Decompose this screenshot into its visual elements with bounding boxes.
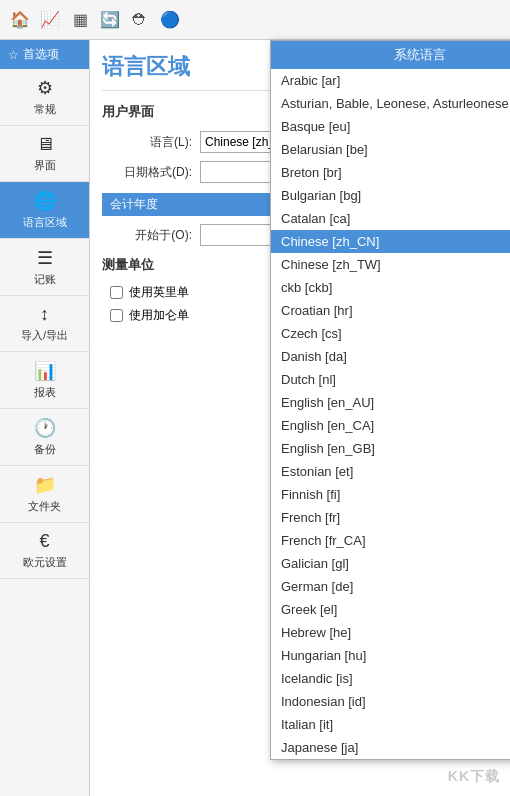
sidebar-item-locale-label: 语言区域 [23,215,67,230]
checkbox-miles-label: 使用英里单 [129,284,189,301]
dropdown-item-nl[interactable]: Dutch [nl] [271,368,510,391]
interface-icon: 🖥 [36,134,54,155]
dropdown-item-id[interactable]: Indonesian [id] [271,690,510,713]
locale-icon: 🌐 [34,190,56,212]
date-format-label: 日期格式(D): [102,164,192,181]
reports-icon: 📊 [34,360,56,382]
dropdown-item-he[interactable]: Hebrew [he] [271,621,510,644]
dropdown-list[interactable]: Arabic [ar]Asturian, Bable, Leonese, Ast… [271,69,510,759]
backup-icon: 🕐 [34,417,56,439]
dropdown-item-el[interactable]: Greek [el] [271,598,510,621]
dropdown-item-gl[interactable]: Galician [gl] [271,552,510,575]
watermark: KK下载 [448,768,500,786]
sidebar-item-importexport[interactable]: ↕ 导入/导出 [0,296,89,352]
sidebar-header-label: 首选项 [23,46,59,63]
chart-icon[interactable]: 📈 [38,8,62,32]
dropdown-item-fi[interactable]: Finnish [fi] [271,483,510,506]
language-label: 语言(L): [102,134,192,151]
language-dropdown: 系统语言 Arabic [ar]Asturian, Bable, Leonese… [270,40,510,760]
dropdown-item-cs[interactable]: Czech [cs] [271,322,510,345]
sidebar: ☆ 首选项 ⚙ 常规 🖥 界面 🌐 语言区域 ☰ 记账 ↕ 导入/导出 📊 报表… [0,40,90,796]
dropdown-item-da[interactable]: Danish [da] [271,345,510,368]
checkbox-gallons-label: 使用加仑单 [129,307,189,324]
accounts-icon: ☰ [37,247,53,269]
grid-icon[interactable]: ▦ [68,8,92,32]
sidebar-item-folders-label: 文件夹 [28,499,61,514]
sidebar-item-backup-label: 备份 [34,442,56,457]
sidebar-item-backup[interactable]: 🕐 备份 [0,409,89,466]
content-area: 语言区域 用户界面 语言(L): 日期格式(D): 会计年度 开始于(O): 测… [90,40,510,796]
dropdown-item-fr[interactable]: French [fr] [271,506,510,529]
logo-icon: 🔵 [158,8,182,32]
sidebar-item-accounts[interactable]: ☰ 记账 [0,239,89,296]
dropdown-item-ast[interactable]: Asturian, Bable, Leonese, Asturleonese [… [271,92,510,115]
dropdown-item-ja[interactable]: Japanese [ja] [271,736,510,759]
dropdown-item-en_CA[interactable]: English [en_CA] [271,414,510,437]
dropdown-item-en_AU[interactable]: English [en_AU] [271,391,510,414]
sidebar-item-folders[interactable]: 📁 文件夹 [0,466,89,523]
refresh-icon[interactable]: 🔄 [98,8,122,32]
home-icon[interactable]: 🏠 [8,8,32,32]
toolbar: 🏠 📈 ▦ 🔄 ⛑ 🔵 [0,0,510,40]
dropdown-item-hu[interactable]: Hungarian [hu] [271,644,510,667]
dropdown-item-it[interactable]: Italian [it] [271,713,510,736]
dropdown-item-be[interactable]: Belarusian [be] [271,138,510,161]
help-icon[interactable]: ⛑ [128,8,152,32]
dropdown-title: 系统语言 [271,41,510,69]
dropdown-item-en_GB[interactable]: English [en_GB] [271,437,510,460]
dropdown-item-de[interactable]: German [de] [271,575,510,598]
dropdown-item-zh_TW[interactable]: Chinese [zh_TW] [271,253,510,276]
dropdown-item-et[interactable]: Estonian [et] [271,460,510,483]
importexport-icon: ↕ [40,304,49,325]
dropdown-item-br[interactable]: Breton [br] [271,161,510,184]
dropdown-item-ar[interactable]: Arabic [ar] [271,69,510,92]
sidebar-item-reports-label: 报表 [34,385,56,400]
euro-icon: € [39,531,49,552]
sidebar-item-interface-label: 界面 [34,158,56,173]
sidebar-item-importexport-label: 导入/导出 [21,328,68,343]
dropdown-item-ckb[interactable]: ckb [ckb] [271,276,510,299]
dropdown-item-eu[interactable]: Basque [eu] [271,115,510,138]
checkbox-miles[interactable] [110,286,123,299]
sidebar-item-locale[interactable]: 🌐 语言区域 [0,182,89,239]
sidebar-item-accounts-label: 记账 [34,272,56,287]
sidebar-item-reports[interactable]: 📊 报表 [0,352,89,409]
main-window: ☆ 首选项 ⚙ 常规 🖥 界面 🌐 语言区域 ☰ 记账 ↕ 导入/导出 📊 报表… [0,40,510,796]
start-label: 开始于(O): [102,227,192,244]
sidebar-item-general[interactable]: ⚙ 常规 [0,69,89,126]
sidebar-item-general-label: 常规 [34,102,56,117]
sidebar-item-euro[interactable]: € 欧元设置 [0,523,89,579]
dropdown-item-bg[interactable]: Bulgarian [bg] [271,184,510,207]
dropdown-item-hr[interactable]: Croatian [hr] [271,299,510,322]
sidebar-header-icon: ☆ [8,48,19,62]
sidebar-header: ☆ 首选项 [0,40,89,69]
sidebar-item-euro-label: 欧元设置 [23,555,67,570]
checkbox-gallons[interactable] [110,309,123,322]
sidebar-item-interface[interactable]: 🖥 界面 [0,126,89,182]
dropdown-item-ca[interactable]: Catalan [ca] [271,207,510,230]
dropdown-item-fr_CA[interactable]: French [fr_CA] [271,529,510,552]
dropdown-item-zh_CN[interactable]: Chinese [zh_CN] [271,230,510,253]
dropdown-item-is[interactable]: Icelandic [is] [271,667,510,690]
folders-icon: 📁 [34,474,56,496]
general-icon: ⚙ [37,77,53,99]
